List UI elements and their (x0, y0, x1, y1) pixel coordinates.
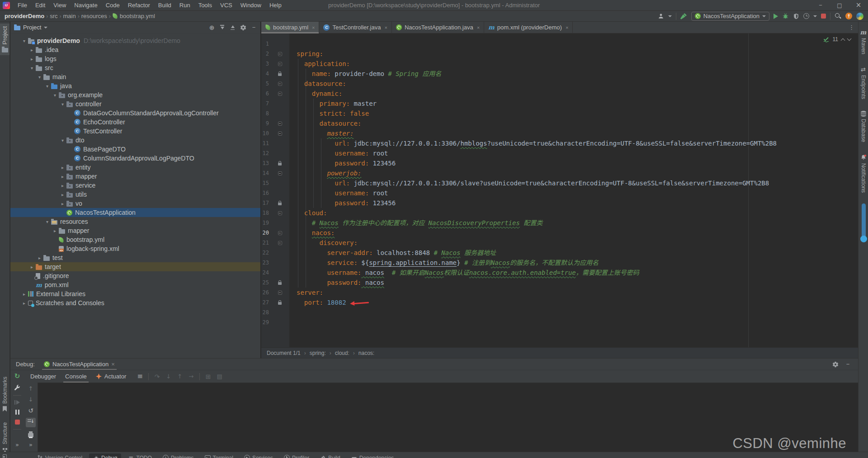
step-over-icon[interactable] (154, 373, 160, 380)
lock-icon[interactable] (277, 201, 283, 205)
tree-item-bootstrap-yml[interactable]: bootstrap.yml (10, 235, 260, 244)
folder-src-icon[interactable] (51, 85, 57, 89)
breadcrumb-item[interactable]: main (63, 13, 75, 19)
tree-chevron-icon[interactable]: ▾ (59, 138, 66, 143)
tree-item-utils[interactable]: ▸utils (10, 190, 260, 199)
tool-stripe-database[interactable]: Database (860, 111, 867, 142)
folder-icon[interactable] (36, 48, 42, 53)
editor-breadcrumb-item[interactable]: Document 1/1 (267, 350, 301, 356)
package-icon[interactable] (66, 184, 73, 189)
bottom-bar-version-control[interactable]: Version Control (33, 453, 86, 458)
boot-icon[interactable] (396, 24, 402, 30)
fold-icon[interactable] (277, 211, 283, 215)
profiler-icon[interactable] (803, 13, 809, 19)
bottom-bar-terminal[interactable]: Terminal (201, 453, 237, 458)
breadcrumb-item[interactable]: providerDemo (5, 13, 44, 19)
tool-windows-icon[interactable] (3, 454, 7, 458)
project-icon[interactable] (28, 39, 34, 44)
package-icon[interactable] (66, 193, 73, 198)
tree-item-java[interactable]: ▾java (10, 81, 260, 90)
tree-item-org-example[interactable]: ▾org.example (10, 90, 260, 99)
folder-icon[interactable] (43, 256, 50, 261)
menu-code[interactable]: Code (102, 0, 124, 10)
fold-icon[interactable] (277, 291, 283, 295)
fold-icon[interactable] (277, 52, 283, 56)
scroll-indicator[interactable] (862, 203, 866, 239)
tree-chevron-icon[interactable]: ▸ (59, 192, 66, 197)
editor-tab[interactable]: pom.xml (providerDemo)× (484, 22, 573, 33)
coverage-icon[interactable] (793, 13, 799, 19)
scratch-icon[interactable] (28, 301, 33, 306)
tree-chevron-icon[interactable]: ▾ (43, 84, 51, 89)
extlib-icon[interactable] (28, 291, 33, 297)
spring-leaf-icon[interactable] (112, 13, 118, 19)
code-lines[interactable]: 12spring:3 application:4 name: provider-… (261, 33, 858, 327)
expand-all-icon[interactable] (219, 24, 225, 30)
locate-icon[interactable] (209, 24, 215, 31)
scroll-end-icon[interactable] (28, 419, 34, 425)
folder-icon[interactable] (36, 66, 42, 71)
print-icon[interactable] (28, 433, 33, 437)
close-icon[interactable]: × (111, 361, 115, 368)
tree-item-basepagedto[interactable]: BasePageDTO (10, 145, 260, 154)
tool-stripe-bookmarks[interactable]: Bookmarks (2, 377, 8, 411)
todo-icon[interactable] (128, 454, 134, 458)
step-into-icon[interactable] (165, 373, 171, 380)
class-icon[interactable] (323, 24, 330, 31)
tree-chevron-icon[interactable]: ▸ (51, 228, 59, 233)
bottom-bar-profiler[interactable]: Profiler (280, 453, 313, 458)
menu-tools[interactable]: Tools (194, 0, 216, 10)
lock-icon[interactable] (277, 280, 283, 285)
editor-breadcrumb-item[interactable]: nacos: (359, 350, 374, 356)
close-icon[interactable]: × (566, 25, 568, 30)
tool-stripe-maven[interactable]: Maven (860, 29, 867, 54)
tree-item-pom-xml[interactable]: pom.xml (10, 280, 260, 289)
actuator-icon[interactable] (96, 373, 102, 380)
spring-leaf-icon[interactable] (265, 24, 270, 30)
menu-view[interactable]: View (49, 0, 70, 10)
minimize-icon[interactable] (818, 2, 824, 9)
resume-icon[interactable] (14, 400, 20, 405)
tree-chevron-icon[interactable]: ▸ (28, 47, 36, 52)
run-to-cursor-icon[interactable] (188, 373, 194, 380)
down-icon[interactable] (28, 396, 34, 403)
more-v-icon[interactable] (849, 24, 854, 31)
tree-item-resources[interactable]: ▾resources (10, 217, 260, 226)
tree-item-scratches-and-consoles[interactable]: ▸Scratches and Consoles (10, 298, 260, 307)
tree-chevron-icon[interactable]: ▾ (43, 219, 51, 224)
build-small-icon[interactable] (320, 454, 326, 458)
package-icon[interactable] (66, 202, 73, 207)
menu-build[interactable]: Build (154, 0, 175, 10)
chevron-down-icon[interactable] (44, 27, 47, 28)
tool-stripe-project[interactable]: Project (0, 24, 9, 55)
close-button[interactable] (849, 0, 868, 10)
editor-tab[interactable]: TestController.java× (319, 22, 392, 33)
gear-icon[interactable] (240, 24, 246, 31)
eval-icon[interactable] (205, 373, 211, 380)
debug-view-tab-actuator[interactable]: Actuator (91, 370, 131, 382)
problems-icon[interactable] (163, 455, 169, 458)
class-icon[interactable] (74, 110, 80, 116)
folder-icon[interactable] (59, 229, 65, 234)
profiler-small-icon[interactable] (284, 455, 290, 458)
fold-icon[interactable] (277, 92, 283, 96)
maximize-button[interactable] (830, 0, 849, 10)
tool-stripe-endpoints[interactable]: Endpoints (860, 66, 867, 99)
layout-icon[interactable] (217, 373, 222, 380)
tree-chevron-icon[interactable]: ▾ (59, 102, 66, 107)
fold-icon[interactable] (277, 171, 283, 175)
minimize-button[interactable] (811, 0, 830, 10)
tree-item-service[interactable]: ▸service (10, 181, 260, 190)
bottom-bar-todo[interactable]: TODO (124, 453, 156, 458)
stop-icon[interactable] (821, 14, 826, 19)
folder-icon[interactable] (2, 48, 8, 52)
package-icon[interactable] (66, 103, 73, 107)
tree-item-providerdemo[interactable]: ▾providerDemoD:\workspace\study\provider… (10, 36, 260, 45)
class-icon[interactable] (74, 155, 80, 161)
tree-item-external-libraries[interactable]: ▸External Libraries (10, 289, 260, 298)
menu-refactor[interactable]: Refactor (124, 0, 154, 10)
lock-icon[interactable] (277, 161, 283, 165)
tree-item-columnstandardapprovallogpagedto[interactable]: ColumnStandardApprovalLogPageDTO (10, 154, 260, 163)
folder-res-icon[interactable] (51, 220, 57, 225)
restore-icon[interactable] (28, 407, 34, 414)
